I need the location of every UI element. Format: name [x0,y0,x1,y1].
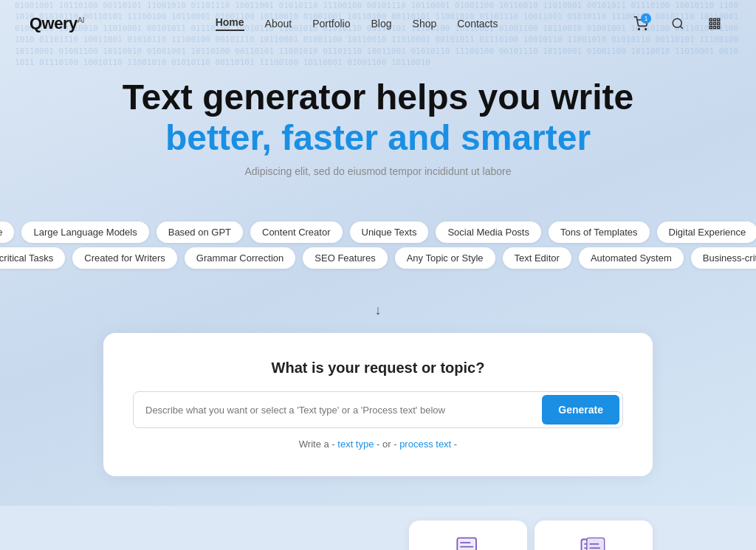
topic-input[interactable] [134,396,539,424]
tag-experience[interactable]: Experience [0,221,14,243]
svg-rect-22 [590,543,599,545]
nav-portfolio[interactable]: Portfolio [312,18,350,30]
svg-point-1 [645,29,647,30]
link-or: - or - [377,439,396,450]
cart-button[interactable]: 1 [629,12,653,35]
svg-line-3 [680,26,682,28]
tag-social-media[interactable]: Social Media Posts [436,221,541,243]
request-card: What is your request or topic? Generate … [103,333,653,476]
nav-contacts[interactable]: Contacts [457,18,498,30]
tag-any-topic[interactable]: Any Topic or Style [395,247,495,269]
tag-tons-templates[interactable]: Tons of Templates [549,221,650,243]
card-title: What is your request or topic? [133,360,623,377]
nav-blog[interactable]: Blog [371,18,392,30]
tag-digital-experience[interactable]: Digital Experience [657,221,756,243]
svg-rect-4 [709,18,712,21]
search-row: Generate [133,391,623,428]
text-type-link[interactable]: text type [337,439,374,450]
tag-row-2: Business-critical Tasks Created for Writ… [0,247,756,269]
tag-cloud: Experience Large Language Models Based o… [0,210,756,295]
nav-shop[interactable]: Shop [413,18,437,30]
svg-rect-12 [718,27,720,29]
tag-content-creator[interactable]: Content Creator [250,221,343,243]
hero-heading: Text generator helps you write better, f… [15,77,741,158]
tag-based-gpt[interactable]: Based on GPT [157,221,243,243]
svg-point-0 [639,29,640,30]
hero-section: Text generator helps you write better, f… [0,47,756,210]
link-row: Write a - text type - or - process text … [133,439,623,450]
header: QweryAI Home About Portfolio Blog Shop C… [0,0,756,47]
scroll-down-indicator: ↓ [0,303,756,318]
link-suffix: - [454,439,457,450]
bottom-card-1: Modern [409,520,527,550]
tag-row-1: Experience Large Language Models Based o… [0,221,756,243]
document-icon-2 [577,535,610,550]
document-icon-1 [452,535,484,550]
tag-created-writers[interactable]: Created for Writers [72,247,177,269]
hero-subtitle: Adipiscing elit, sed do eiusmod tempor i… [15,165,741,177]
svg-rect-8 [713,23,715,25]
nav-home[interactable]: Home [216,16,244,31]
tag-business-tasks-right[interactable]: Business-critical Tasks [691,247,756,269]
svg-rect-9 [718,23,720,25]
nav-about[interactable]: About [265,18,292,30]
link-prefix: Write a - [299,439,335,450]
tag-text-editor[interactable]: Text Editor [503,247,571,269]
svg-rect-15 [460,546,473,548]
svg-rect-7 [709,23,712,25]
svg-rect-10 [709,27,712,29]
tag-large-language[interactable]: Large Language Models [21,221,148,243]
tag-grammar[interactable]: Grammar Correction [185,247,295,269]
page-bottom: CORPORATE SERVICE Modern Modern [0,506,756,550]
process-text-link[interactable]: process text [399,439,451,450]
tag-business-tasks-left[interactable]: Business-critical Tasks [0,247,65,269]
svg-point-2 [673,18,681,27]
search-button[interactable] [666,12,690,35]
main-nav: Home About Portfolio Blog Shop Contacts [216,16,498,31]
svg-rect-6 [718,18,720,21]
svg-rect-13 [457,538,476,550]
tag-automated[interactable]: Automated System [579,247,684,269]
header-icons: 1 [629,12,726,35]
generate-button[interactable]: Generate [542,395,619,424]
svg-rect-23 [590,548,601,549]
bottom-card-2: Modern [535,520,653,550]
logo: QweryAI [30,14,84,33]
grid-menu-button[interactable] [703,12,726,35]
tag-unique-texts[interactable]: Unique Texts [350,221,429,243]
svg-rect-14 [460,543,471,544]
svg-rect-11 [713,27,715,29]
cart-badge: 1 [641,13,651,24]
svg-rect-5 [713,18,715,21]
tag-seo[interactable]: SEO Features [303,247,387,269]
